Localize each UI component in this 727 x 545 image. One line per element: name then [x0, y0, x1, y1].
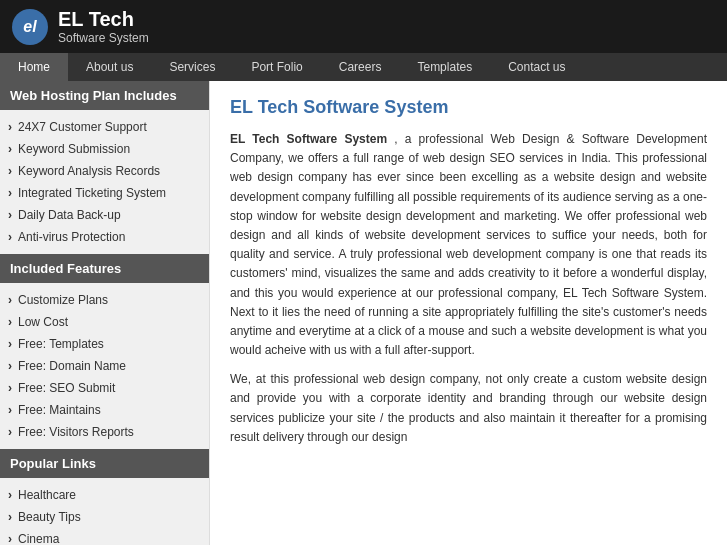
list-item[interactable]: Customize Plans — [0, 289, 209, 311]
list-item[interactable]: Beauty Tips — [0, 506, 209, 528]
list-item[interactable]: Free: Templates — [0, 333, 209, 355]
nav-item-services[interactable]: Services — [151, 53, 233, 81]
list-item[interactable]: Daily Data Back-up — [0, 204, 209, 226]
nav-item-careers[interactable]: Careers — [321, 53, 400, 81]
list-item[interactable]: Free: Maintains — [0, 399, 209, 421]
logo-text: EL Tech Software System — [58, 8, 149, 45]
main-layout: Web Hosting Plan Includes 24X7 Customer … — [0, 81, 727, 545]
nav-item-templates[interactable]: Templates — [399, 53, 490, 81]
nav-item-contact[interactable]: Contact us — [490, 53, 583, 81]
list-item[interactable]: Integrated Ticketing System — [0, 182, 209, 204]
sidebar: Web Hosting Plan Includes 24X7 Customer … — [0, 81, 210, 545]
content-title: EL Tech Software System — [230, 97, 707, 118]
sidebar-section-title-hosting: Web Hosting Plan Includes — [0, 81, 209, 110]
list-item[interactable]: Anti-virus Protection — [0, 226, 209, 248]
list-item[interactable]: 24X7 Customer Support — [0, 116, 209, 138]
tagline: Software System — [58, 31, 149, 45]
nav-item-home[interactable]: Home — [0, 53, 68, 81]
nav-item-portfolio[interactable]: Port Folio — [233, 53, 320, 81]
header: el EL Tech Software System — [0, 0, 727, 53]
sidebar-list-popular: Healthcare Beauty Tips Cinema Student Po… — [0, 478, 209, 545]
company-name: EL Tech — [58, 8, 149, 31]
content-paragraph-1: EL Tech Software System , a professional… — [230, 130, 707, 360]
list-item[interactable]: Cinema — [0, 528, 209, 545]
sidebar-list-features: Customize Plans Low Cost Free: Templates… — [0, 283, 209, 449]
list-item[interactable]: Free: SEO Submit — [0, 377, 209, 399]
content-highlighted: EL Tech Software System — [230, 132, 387, 146]
sidebar-section-title-popular: Popular Links — [0, 449, 209, 478]
sidebar-list-hosting: 24X7 Customer Support Keyword Submission… — [0, 110, 209, 254]
list-item[interactable]: Healthcare — [0, 484, 209, 506]
list-item[interactable]: Low Cost — [0, 311, 209, 333]
nav-item-about[interactable]: About us — [68, 53, 151, 81]
content-paragraph-1-text: , a professional Web Design & Software D… — [230, 132, 707, 357]
main-nav: Home About us Services Port Folio Career… — [0, 53, 727, 81]
list-item[interactable]: Keyword Submission — [0, 138, 209, 160]
content-paragraph-2: We, at this professional web design comp… — [230, 370, 707, 447]
sidebar-section-title-features: Included Features — [0, 254, 209, 283]
list-item[interactable]: Free: Domain Name — [0, 355, 209, 377]
logo-icon: el — [12, 9, 48, 45]
list-item[interactable]: Free: Visitors Reports — [0, 421, 209, 443]
main-content: EL Tech Software System EL Tech Software… — [210, 81, 727, 545]
list-item[interactable]: Keyword Analysis Records — [0, 160, 209, 182]
